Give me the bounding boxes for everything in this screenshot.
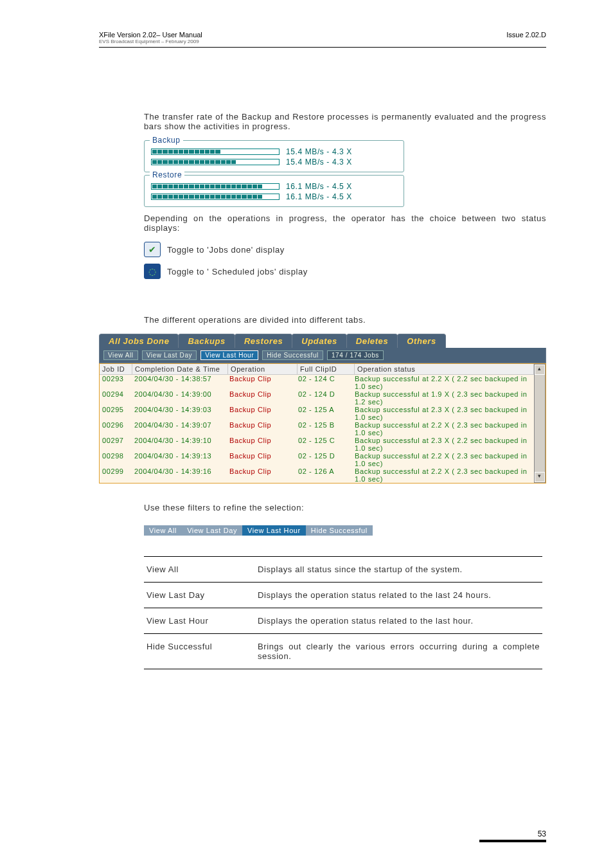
scrollbar[interactable]: ▴ ▾ [534,364,546,483]
header-subtitle-left: EVS Broadcast Equipment – February 2009 [99,39,202,44]
filter2-view-all[interactable]: View All [144,525,182,536]
cell-status: Backup successful at 2.3 X ( 2.2 sec bac… [352,437,534,452]
cell-operation: Backup Clip [227,375,296,390]
tab-restores[interactable]: Restores [235,334,292,348]
cell-job-id: 00293 [100,375,132,390]
col-operation-status[interactable]: Operation status [355,364,534,375]
toggle-scheduled-icon[interactable]: ◌ [144,264,161,279]
cell-clipid: 02 - 125 B [296,421,352,437]
table-row[interactable]: 002992004/04/30 - 14:39:16Backup Clip02 … [100,467,534,483]
backup-legend: Backup [150,136,183,145]
cell-date: 2004/04/30 - 14:39:03 [132,406,227,421]
cell-operation: Backup Clip [227,467,296,483]
cell-job-id: 00298 [100,452,132,467]
restore-rate-2: 16.1 MB/s - 4.5 X [286,192,352,201]
table-row[interactable]: 002972004/04/30 - 14:39:10Backup Clip02 … [100,437,534,452]
desc-view-last-hour-val: Displays the operation status related to… [255,608,542,634]
backup-bar-1 [151,149,280,155]
cell-job-id: 00297 [100,437,132,452]
cell-operation: Backup Clip [227,390,296,406]
restore-legend: Restore [150,170,184,179]
tab-all-jobs-done[interactable]: All Jobs Done [99,334,179,348]
tab-others[interactable]: Others [397,334,446,348]
restore-group: Restore 16.1 MB/s - 4.5 X [144,175,404,207]
tabs-screenshot: All Jobs Done Backups Restores Updates D… [99,334,546,484]
table-row[interactable]: 002952004/04/30 - 14:39:03Backup Clip02 … [100,406,534,421]
col-completion-date[interactable]: Completion Date & Time [132,364,228,375]
cell-status: Backup successful at 2.2 X ( 2.3 sec bac… [352,452,534,467]
cell-date: 2004/04/30 - 14:39:13 [132,452,227,467]
cell-clipid: 02 - 125 D [296,452,352,467]
grid-rows: Job ID Completion Date & Time Operation … [100,364,534,483]
filter2-view-last-hour[interactable]: View Last Hour [242,525,306,536]
tab-backups[interactable]: Backups [178,334,235,348]
table-row[interactable]: 002942004/04/30 - 14:39:00Backup Clip02 … [100,390,534,406]
backup-rate-2: 15.4 MB/s - 4.3 X [286,158,352,167]
cell-date: 2004/04/30 - 14:39:00 [132,390,227,406]
cell-status: Backup successful at 2.2 X ( 2.3 sec bac… [352,467,534,483]
header-title-left: XFile Version 2.02– User Manual [99,31,202,39]
desc-view-all-key: View All [144,557,255,583]
filter2-hide-successful[interactable]: Hide Successful [306,525,373,536]
cell-job-id: 00295 [100,406,132,421]
cell-clipid: 02 - 126 A [296,467,352,483]
col-job-id[interactable]: Job ID [100,364,132,375]
cell-job-id: 00299 [100,467,132,483]
filter-view-all[interactable]: View All [103,350,138,360]
toggle-done-label: Toggle to 'Jobs done' display [167,245,285,255]
backup-group: Backup 15.4 MB/s - 4.3 X [144,140,404,172]
desc-hide-successful-key: Hide Successful [144,634,255,669]
cell-date: 2004/04/30 - 14:39:16 [132,467,227,483]
cell-status: Backup successful at 2.3 X ( 2.3 sec bac… [352,406,534,421]
table-row[interactable]: 002962004/04/30 - 14:39:07Backup Clip02 … [100,421,534,437]
col-full-clipid[interactable]: Full ClipID [298,364,355,375]
restore-bar-2 [151,194,280,200]
depending-paragraph: Depending on the operations in progress,… [144,213,546,233]
cell-operation: Backup Clip [227,452,296,467]
swirl-icon: ◌ [148,266,157,276]
restore-rate-1: 16.1 MB/s - 4.5 X [286,182,352,191]
cell-date: 2004/04/30 - 14:39:10 [132,437,227,452]
tabs-paragraph: The different operations are divided int… [144,315,546,325]
scroll-down-icon[interactable]: ▾ [535,472,545,482]
cell-clipid: 02 - 124 D [296,390,352,406]
desc-view-all-val: Displays all status since the startup of… [255,557,542,583]
cell-clipid: 02 - 124 C [296,375,352,390]
header-title-right: Issue 2.02.D [506,31,546,44]
page-number: 53 [479,829,546,842]
cell-status: Backup successful at 1.9 X ( 2.3 sec bac… [352,390,534,406]
table-row[interactable]: 002982004/04/30 - 14:39:13Backup Clip02 … [100,452,534,467]
description-table: View All Displays all status since the s… [144,556,542,669]
desc-view-last-hour-key: View Last Hour [144,608,255,634]
backup-rate-1: 15.4 MB/s - 4.3 X [286,147,352,156]
toggle-done-icon[interactable]: ✔ [144,242,161,257]
cell-date: 2004/04/30 - 14:39:07 [132,421,227,437]
cell-operation: Backup Clip [227,437,296,452]
scroll-up-icon[interactable]: ▴ [535,365,545,375]
toggle-scheduled-label: Toggle to ' Scheduled jobs' display [167,267,308,276]
cell-status: Backup successful at 2.2 X ( 2.2 sec bac… [352,375,534,390]
filter2-view-last-day[interactable]: View Last Day [182,525,242,536]
refine-paragraph: Use these filters to refine the selectio… [144,503,546,512]
desc-view-last-day-key: View Last Day [144,583,255,608]
filter-view-last-day[interactable]: View Last Day [142,350,197,360]
col-operation[interactable]: Operation [228,364,298,375]
cell-clipid: 02 - 125 C [296,437,352,452]
tab-deletes[interactable]: Deletes [346,334,398,348]
intro-paragraph: The transfer rate of the Backup and Rest… [144,112,546,131]
cell-operation: Backup Clip [227,421,296,437]
cell-job-id: 00296 [100,421,132,437]
checkmark-icon: ✔ [148,244,157,255]
cell-operation: Backup Clip [227,406,296,421]
cell-job-id: 00294 [100,390,132,406]
table-row[interactable]: 002932004/04/30 - 14:38:57Backup Clip02 … [100,375,534,390]
filter-hide-successful[interactable]: Hide Successful [262,350,323,360]
header-rule [99,47,546,48]
transfer-panel: Backup 15.4 MB/s - 4.3 X [144,140,404,207]
filter-view-last-hour[interactable]: View Last Hour [200,350,258,360]
filter-jobs-count: 174 / 174 Jobs [327,350,384,360]
desc-view-last-day-val: Displays the operation status related to… [255,583,542,608]
tab-updates[interactable]: Updates [292,334,347,348]
cell-clipid: 02 - 125 A [296,406,352,421]
backup-bar-2 [151,159,280,165]
